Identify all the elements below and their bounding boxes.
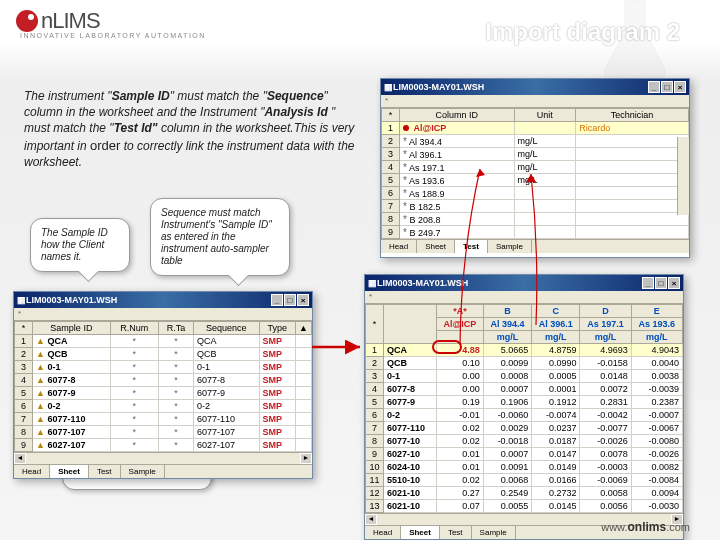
window-worksheet-left: ▦ LIM0003-MAY01.WSH _ □ × * *Sample IDR.… (13, 291, 313, 479)
worksheet-grid-left[interactable]: *Sample IDR.NumR.TaSequenceType▲1▲ QCA**… (14, 321, 312, 452)
page-title: Import diagram 2 (485, 18, 680, 46)
app-icon: ▦ (384, 82, 393, 92)
arrow-link (310, 332, 370, 362)
window-title: LIM0003-MAY01.WSH (377, 278, 641, 288)
maximize-button[interactable]: □ (661, 81, 673, 93)
callout-sample-id: The Sample ID how the Client names it. (30, 218, 130, 272)
toolbar-hint: * (14, 308, 312, 321)
callout-sequence: Sequence must match Instrument's "Sample… (150, 198, 290, 276)
toolbar-hint: * (381, 95, 689, 108)
close-button[interactable]: × (668, 277, 680, 289)
minimize-button[interactable]: _ (642, 277, 654, 289)
close-button[interactable]: × (297, 294, 309, 306)
window-title: LIM0003-MAY01.WSH (26, 295, 270, 305)
close-button[interactable]: × (674, 81, 686, 93)
circle-highlight (432, 340, 462, 354)
tagline: INNOVATIVE LABORATORY AUTOMATION (20, 32, 206, 39)
columns-grid[interactable]: *Column IDUnitTechnician1 Al@ICPRicardo2… (381, 108, 689, 239)
intro-text: The instrument "Sample ID" must match th… (24, 88, 364, 170)
app-icon: ▦ (17, 295, 26, 305)
window-worksheet-right: ▦ LIM0003-MAY01.WSH _ □ × * **A*BCDEAl@I… (364, 274, 684, 540)
app-icon: ▦ (368, 278, 377, 288)
minimize-button[interactable]: _ (648, 81, 660, 93)
minimize-button[interactable]: _ (271, 294, 283, 306)
maximize-button[interactable]: □ (655, 277, 667, 289)
footer-url: www.onlims.com (601, 520, 690, 534)
toolbar-hint: * (365, 291, 683, 304)
worksheet-grid-right[interactable]: **A*BCDEAl@ICPAl 394.4Al 396.1As 197.1As… (365, 304, 683, 513)
window-title: LIM0003-MAY01.WSH (393, 82, 647, 92)
window-columns: ▦ LIM0003-MAY01.WSH _ □ × * *Column IDUn… (380, 78, 690, 258)
scrollbar-h[interactable]: ◄► (14, 452, 312, 464)
tabs-top[interactable]: HeadSheetTestSample (381, 239, 689, 253)
scrollbar-v[interactable] (677, 137, 689, 215)
logo: nLIMS (16, 8, 100, 34)
maximize-button[interactable]: □ (284, 294, 296, 306)
tabs-left[interactable]: HeadSheetTestSample (14, 464, 312, 478)
